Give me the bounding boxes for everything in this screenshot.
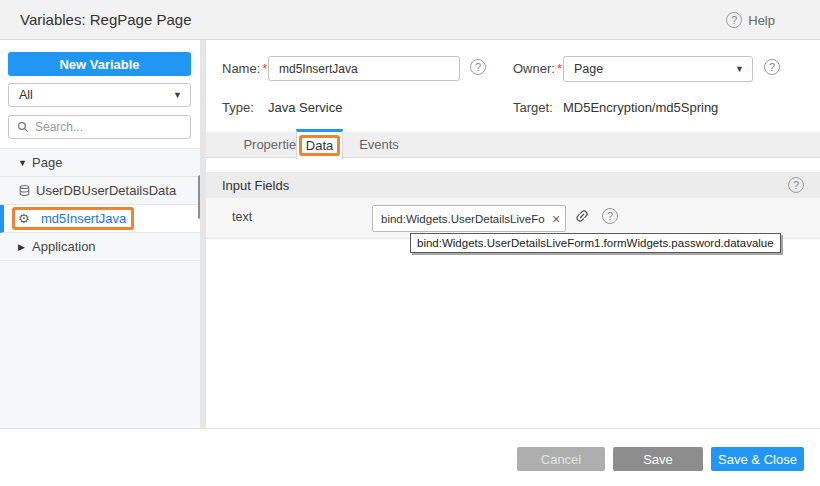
tree-node-label: md5InsertJava	[41, 211, 126, 226]
tab-data[interactable]: Data	[296, 129, 343, 159]
bind-link-icon[interactable]	[574, 208, 590, 224]
caret-down-icon: ▼	[18, 158, 32, 168]
owner-select[interactable]: Page ▼	[563, 56, 753, 82]
search-input[interactable]	[35, 120, 182, 134]
owner-help-icon[interactable]: ?	[764, 59, 780, 75]
required-asterisk: *	[557, 61, 562, 76]
type-label: Type:	[222, 100, 254, 115]
java-service-gear-icon: ⚙	[18, 212, 36, 225]
search-icon	[17, 121, 29, 133]
tab-events[interactable]: Events	[350, 132, 408, 158]
field-help-icon[interactable]: ?	[602, 208, 618, 224]
page-title: Variables: RegPage Page	[20, 0, 192, 40]
type-value: Java Service	[268, 100, 342, 115]
variable-search-box[interactable]	[8, 115, 191, 139]
chevron-down-icon: ▼	[735, 64, 744, 74]
owner-label: Owner:*	[513, 61, 562, 76]
variables-sidebar: New Variable All ▼ ▼ Page Us	[0, 40, 200, 428]
tree-node-md5insertjava[interactable]: ⚙ md5InsertJava	[0, 205, 200, 233]
clear-binding-icon[interactable]: ×	[547, 212, 565, 226]
name-input[interactable]	[268, 56, 460, 81]
caret-right-icon: ▶	[18, 242, 32, 252]
dialog-header: Variables: RegPage Page ? Help	[0, 0, 820, 40]
chevron-down-icon: ▼	[173, 90, 182, 100]
input-fields-title: Input Fields	[222, 178, 289, 193]
tab-label: Data	[306, 138, 333, 153]
variable-filter-select[interactable]: All ▼	[8, 83, 191, 107]
filter-selected-value: All	[19, 88, 33, 102]
required-asterisk: *	[262, 61, 267, 76]
tree-node-page[interactable]: ▼ Page	[0, 149, 200, 177]
field-name-label: text	[232, 210, 252, 224]
tree-node-label: UserDBUserDetailsData	[36, 183, 176, 198]
cancel-button[interactable]: Cancel	[517, 447, 605, 471]
owner-selected-value: Page	[574, 62, 603, 76]
tree-node-application[interactable]: ▶ Application	[0, 233, 200, 261]
bind-expression-tooltip: bind:Widgets.UserDetailsLiveForm1.formWi…	[410, 233, 781, 253]
help-label: Help	[748, 13, 775, 28]
bind-expression-input[interactable]	[373, 213, 547, 225]
save-and-close-button[interactable]: Save & Close	[711, 447, 804, 471]
database-icon	[18, 184, 36, 197]
target-label: Target:	[513, 100, 553, 115]
save-button[interactable]: Save	[613, 447, 703, 471]
bind-expression-box: ×	[372, 205, 566, 232]
annotation-highlight-box: Data	[299, 135, 340, 156]
help-icon: ?	[726, 12, 742, 28]
name-help-icon[interactable]: ?	[470, 59, 486, 75]
tree-node-label: Application	[32, 239, 96, 254]
variables-tree: ▼ Page UserDBUserDetailsData ⚙ md5Insert…	[0, 148, 200, 428]
new-variable-button[interactable]: New Variable	[8, 52, 191, 76]
annotation-highlight-box: ⚙ md5InsertJava	[12, 207, 134, 230]
tree-node-label: Page	[32, 155, 62, 170]
input-fields-header: Input Fields ?	[206, 172, 820, 198]
input-fields-help-icon[interactable]: ?	[788, 177, 804, 193]
name-label: Name:*	[222, 61, 267, 76]
help-button[interactable]: ? Help	[726, 0, 775, 40]
variable-detail-panel: Name:* ? Owner:* Page ▼ ? Type: Java Ser…	[206, 40, 820, 428]
target-value: MD5Encryption/md5Spring	[563, 100, 718, 115]
tree-node-userdb-variable[interactable]: UserDBUserDetailsData	[0, 177, 200, 205]
dialog-footer: Cancel Save Save & Close	[0, 429, 820, 486]
